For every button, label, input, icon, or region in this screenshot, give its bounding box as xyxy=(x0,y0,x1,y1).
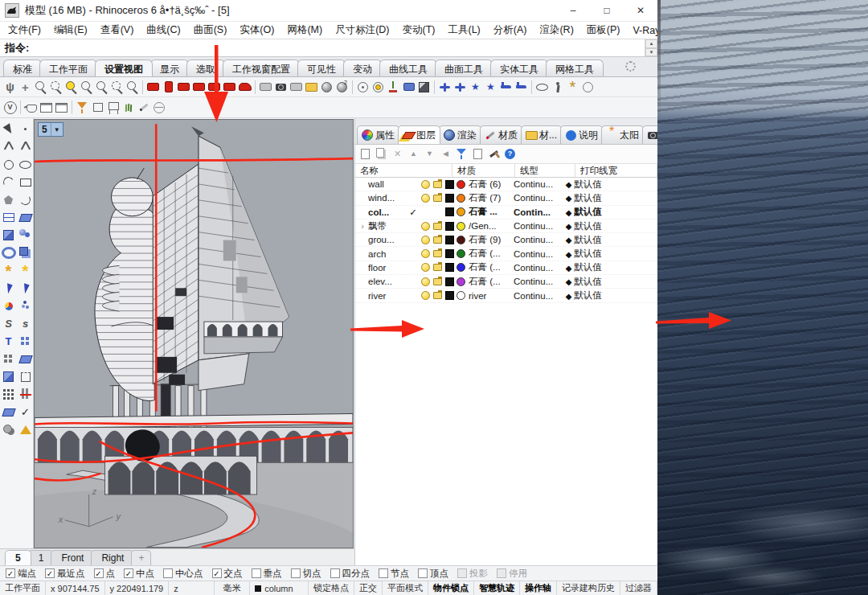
move-up-icon[interactable]: ▲ xyxy=(406,146,421,162)
view-bottom-icon[interactable] xyxy=(161,80,176,95)
layer-help-icon[interactable]: ? xyxy=(502,146,518,162)
polygon-icon[interactable] xyxy=(1,192,16,207)
color-blend-icon[interactable] xyxy=(1,298,16,314)
status-smarttrack[interactable]: 智慧轨迹 xyxy=(474,581,520,595)
menu-curve[interactable]: 曲线(C) xyxy=(140,23,186,37)
menu-panels[interactable]: 面板(P) xyxy=(580,23,627,37)
column-header-material[interactable]: 材质 xyxy=(452,164,515,177)
checkbox-icon[interactable] xyxy=(163,568,173,578)
viewport-canvas[interactable]: z y x xyxy=(35,120,353,548)
tab-select[interactable]: 选取 xyxy=(186,60,225,76)
osnap-disable[interactable]: 停用 xyxy=(497,568,527,580)
copy-layer-icon[interactable] xyxy=(374,146,389,162)
layer-material[interactable]: river xyxy=(469,291,514,301)
zoom-selected-icon[interactable] xyxy=(63,80,79,95)
zoom-dynamic-icon[interactable] xyxy=(33,80,48,95)
layer-material[interactable]: 石膏 (6) xyxy=(469,178,514,191)
layer-print-width[interactable]: 默认值 xyxy=(574,234,657,246)
layer-linetype[interactable]: Continu... xyxy=(514,193,563,203)
select-cursor-icon[interactable] xyxy=(1,121,16,137)
zoom-window-icon[interactable] xyxy=(48,80,63,95)
layer-print-width[interactable]: 默认值 xyxy=(574,192,657,204)
arc-icon[interactable] xyxy=(1,174,16,190)
lamp-sphere-icon[interactable] xyxy=(319,80,334,95)
star-view-b-icon[interactable]: ★ xyxy=(483,80,498,95)
tab-transform[interactable]: 变动 xyxy=(343,60,382,76)
status-units[interactable]: 毫米 xyxy=(215,581,250,595)
solid-stack-icon[interactable] xyxy=(18,245,33,261)
material-color-dot[interactable] xyxy=(457,291,465,300)
menu-transform[interactable]: 变动(T) xyxy=(396,23,442,37)
menu-file[interactable]: 文件(F) xyxy=(2,23,47,37)
ellipse-icon[interactable] xyxy=(18,157,33,172)
status-grid-snap[interactable]: 锁定格点 xyxy=(309,581,354,595)
polyline-icon[interactable] xyxy=(1,139,16,154)
status-osnap[interactable]: 物件锁点 xyxy=(428,581,474,595)
stereo-camera-icon[interactable] xyxy=(401,80,416,95)
camera-car-icon[interactable] xyxy=(258,80,273,95)
box-solid-icon[interactable] xyxy=(1,228,16,243)
layer-print-width[interactable]: 默认值 xyxy=(574,206,657,218)
view-left-icon[interactable] xyxy=(222,80,237,95)
osnap-perpendicular[interactable]: 垂点 xyxy=(252,568,282,580)
view-front-icon[interactable] xyxy=(176,80,191,95)
target-icon[interactable] xyxy=(355,80,371,95)
plane-side-a-icon[interactable] xyxy=(498,80,514,95)
menu-tools[interactable]: 工具(L) xyxy=(441,23,486,37)
status-planar[interactable]: 平面模式 xyxy=(383,581,428,595)
viewport-title-dropdown[interactable]: 5 ▼ xyxy=(38,122,63,137)
rectangle-icon[interactable] xyxy=(18,174,33,190)
layer-name[interactable]: river xyxy=(366,291,407,301)
add-viewport-tab-button[interactable]: + xyxy=(131,550,151,565)
zoom-out-icon[interactable] xyxy=(109,80,125,95)
menu-edit[interactable]: 编辑(E) xyxy=(47,23,94,37)
layer-material[interactable]: 石膏 (... xyxy=(469,248,514,260)
smash-icon[interactable]: * xyxy=(18,263,33,278)
checkbox-icon[interactable] xyxy=(6,568,15,578)
checkbox-icon[interactable] xyxy=(94,568,104,578)
osnap-tangent[interactable]: 切点 xyxy=(291,568,321,580)
new-layer-icon[interactable] xyxy=(358,146,373,162)
checkbox-icon[interactable] xyxy=(291,568,301,578)
layer-expand-icon[interactable] xyxy=(358,221,366,231)
layer-row-floor[interactable]: floor 石膏 (... Continu... 默认值 xyxy=(355,261,657,275)
layer-print-width[interactable]: 默认值 xyxy=(574,220,657,232)
layer-name[interactable]: wall xyxy=(366,179,407,189)
layer-material[interactable]: 石膏 (7) xyxy=(469,192,514,204)
panel-tab-properties[interactable]: 属性 xyxy=(357,125,399,144)
layer-color-swatch[interactable] xyxy=(444,222,456,231)
tab-visibility[interactable]: 可见性 xyxy=(297,60,346,76)
viewport-tab-right[interactable]: Right xyxy=(91,550,134,565)
circle-icon[interactable] xyxy=(1,157,16,172)
scroll-down-icon[interactable]: ▼ xyxy=(645,48,657,57)
checkbox-icon[interactable] xyxy=(379,568,388,578)
layer-linetype[interactable]: Continu... xyxy=(514,291,563,301)
save-view-icon[interactable] xyxy=(289,80,304,95)
layer-color-swatch[interactable] xyxy=(444,291,456,300)
layer-name[interactable]: arch xyxy=(366,249,407,259)
status-cplane[interactable]: 工作平面 xyxy=(0,581,46,595)
view-right-icon[interactable] xyxy=(207,80,222,95)
menu-mesh[interactable]: 网格(M) xyxy=(280,23,329,37)
two-point-perspective-icon[interactable] xyxy=(334,80,350,95)
material-color-dot[interactable] xyxy=(457,236,465,244)
command-prompt[interactable]: 指令: xyxy=(0,41,645,55)
layer-lock-icon[interactable] xyxy=(432,250,444,257)
viewport-tab-front[interactable]: Front xyxy=(51,550,94,565)
camera-target-icon[interactable] xyxy=(371,80,386,95)
viewport-tab-5[interactable]: 5 xyxy=(5,550,31,565)
tab-curve-tools[interactable]: 曲线工具 xyxy=(379,60,437,76)
layer-color-swatch[interactable] xyxy=(444,180,456,189)
osnap-near[interactable]: 最近点 xyxy=(45,568,85,580)
layer-color-swatch[interactable] xyxy=(444,263,456,272)
column-header-name[interactable]: 名称 xyxy=(355,164,452,177)
layer-visibility-bulb-icon[interactable] xyxy=(420,194,432,203)
column-header-print-width[interactable]: 打印线宽 xyxy=(575,164,657,177)
layer-visibility-bulb-icon[interactable] xyxy=(420,222,432,231)
maximize-button[interactable] xyxy=(590,0,624,21)
checkbox-icon[interactable] xyxy=(252,568,261,578)
spring-curve-icon[interactable]: s xyxy=(18,316,33,331)
layer-print-width[interactable]: 默认值 xyxy=(574,276,657,288)
checkbox-icon[interactable] xyxy=(212,568,222,578)
array-icon[interactable] xyxy=(1,351,16,367)
